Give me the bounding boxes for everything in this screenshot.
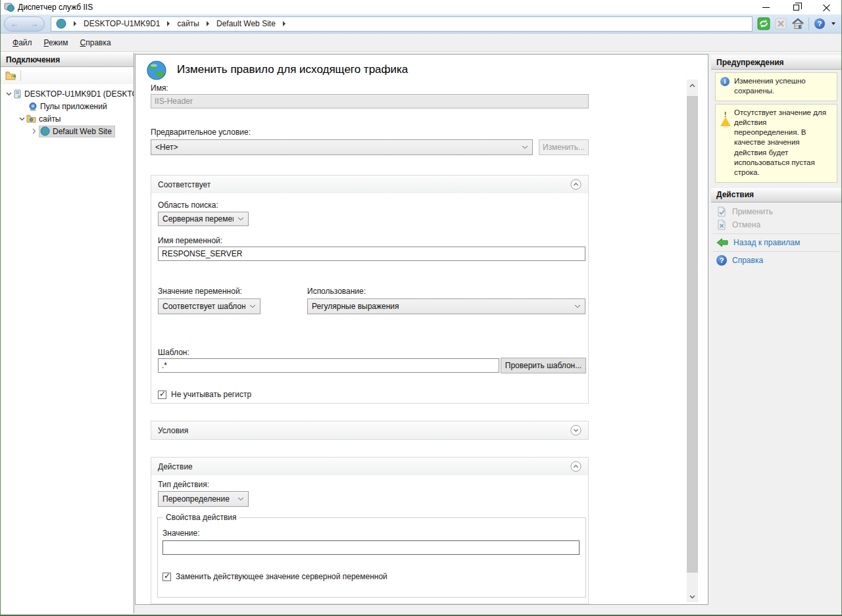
help-dropdown-caret-icon[interactable]: [831, 22, 835, 25]
name-field[interactable]: [151, 94, 589, 108]
expand-down-icon[interactable]: [570, 425, 582, 437]
action-type-label: Тип действия:: [158, 480, 209, 489]
connections-header: Подключения: [1, 53, 134, 67]
connections-tree: DESKTOP-U1MK9D1 (DESKTOI Пулы приложений…: [1, 84, 134, 137]
scope-label: Область поиска:: [158, 201, 218, 210]
close-button[interactable]: [811, 0, 841, 14]
tree-item-label: Пулы приложений: [40, 102, 107, 111]
action-type-select[interactable]: Переопределение: [158, 491, 249, 507]
sites-folder-icon: [26, 114, 36, 123]
cancel-button[interactable]: Отмена: [711, 218, 841, 231]
save-connection-icon[interactable]: [3, 69, 18, 82]
ignore-case-checkbox[interactable]: ✓: [158, 391, 166, 399]
menu-bar: Файл Режим Справка: [1, 34, 841, 52]
refresh-icon[interactable]: [757, 17, 770, 30]
tree-item-sites[interactable]: сайты: [1, 112, 134, 125]
title-bar: Диспетчер служб IIS: [1, 0, 841, 14]
warning-icon: !: [720, 108, 731, 118]
replace-label: Заменить действующее значение серверной …: [176, 572, 387, 581]
minimize-button[interactable]: [751, 0, 781, 14]
breadcrumb-separator: [167, 21, 170, 26]
connections-panel: Подключения DESKTOP-U1MK9D1 (DESKTOI: [1, 53, 134, 613]
breadcrumb: DESKTOP-U1MK9D1 сайты Default Web Site: [51, 16, 753, 32]
replace-checkbox[interactable]: ✓: [162, 573, 171, 581]
match-section-title: Соответствует: [158, 180, 210, 189]
action-section-header: Действие: [151, 458, 588, 475]
window-title: Диспетчер служб IIS: [18, 3, 93, 12]
precondition-label: Предварительное условие:: [151, 128, 251, 137]
action-properties-legend: Свойства действия: [163, 513, 239, 522]
app-icon: [4, 2, 14, 12]
scope-select[interactable]: Серверная переменн: [158, 212, 249, 226]
scroll-down-button[interactable]: [687, 591, 698, 602]
back-button[interactable]: ←: [11, 20, 19, 28]
breadcrumb-sites[interactable]: сайты: [176, 18, 201, 30]
action-section: Действие Тип действия: Переопределение С…: [151, 457, 589, 604]
variable-value-label: Значение переменной:: [158, 287, 242, 296]
toolbar-divider: [808, 18, 809, 30]
page-globe-icon: [146, 60, 167, 83]
chevron-expanded-icon[interactable]: [17, 117, 26, 121]
actions-divider: [713, 251, 839, 252]
tree-item-server[interactable]: DESKTOP-U1MK9D1 (DESKTOI: [1, 87, 134, 100]
home-icon[interactable]: [791, 17, 805, 30]
value-label: Значение:: [162, 529, 200, 538]
precondition-select[interactable]: <Нет>: [151, 139, 533, 155]
action-section-title: Действие: [158, 462, 193, 471]
chevron-down-icon: [518, 145, 528, 149]
restore-icon: [793, 5, 799, 11]
actions-header: Действия: [711, 188, 841, 202]
help-icon[interactable]: ?: [813, 17, 826, 30]
alert-warning: ! Отсутствует значение для действия пере…: [715, 104, 837, 183]
conditions-section-title: Условия: [158, 426, 188, 435]
vertical-scrollbar[interactable]: [687, 80, 698, 602]
website-globe-icon: [40, 126, 50, 136]
variable-value-select[interactable]: Соответствует шаблону: [158, 298, 260, 314]
scrollbar-thumb[interactable]: [687, 96, 698, 573]
breadcrumb-separator: [207, 21, 209, 26]
tree-item-app-pools[interactable]: Пулы приложений: [1, 100, 134, 112]
forward-button[interactable]: →: [30, 20, 39, 28]
menu-file[interactable]: Файл: [7, 35, 38, 51]
navigation-buttons: ← →: [4, 16, 45, 32]
breadcrumb-default-web-site[interactable]: Default Web Site: [215, 18, 277, 30]
scroll-up-button[interactable]: [687, 80, 698, 91]
address-toolbar: ← → DESKTOP-U1MK9D1 сайты Default Web Si…: [1, 14, 841, 34]
site-globe-icon[interactable]: [55, 17, 68, 30]
chevron-collapsed-icon[interactable]: [30, 128, 39, 134]
breadcrumb-separator: [283, 21, 285, 26]
stop-disconnect-icon[interactable]: [774, 17, 787, 30]
value-field[interactable]: [162, 540, 580, 555]
connections-toolbar: [1, 67, 134, 84]
restore-button[interactable]: [781, 0, 811, 14]
menu-help[interactable]: Справка: [74, 35, 117, 51]
collapse-up-icon[interactable]: [570, 179, 582, 191]
cancel-label: Отмена: [732, 220, 760, 229]
info-icon: i: [720, 77, 730, 86]
conditions-section: Условия: [151, 421, 589, 440]
server-icon: [13, 89, 22, 99]
menu-mode[interactable]: Режим: [38, 35, 74, 51]
apply-button[interactable]: Применить: [711, 205, 841, 218]
action-properties-group: Свойства действия Значение: ✓ Заменить д…: [157, 517, 586, 598]
using-select[interactable]: Регулярные выражения: [307, 298, 585, 314]
conditions-section-header: Условия: [151, 421, 588, 439]
chevron-expanded-icon[interactable]: [4, 92, 13, 96]
alerts-header: Предупреждения: [711, 55, 841, 70]
application-pools-icon: [28, 102, 37, 111]
variable-name-field[interactable]: [158, 247, 585, 261]
selected-tree-item[interactable]: Default Web Site: [39, 126, 115, 137]
help-link[interactable]: ? Справка: [711, 254, 841, 267]
test-pattern-button[interactable]: Проверить шаблон...: [501, 358, 586, 373]
tree-item-label: Default Web Site: [53, 127, 112, 136]
tree-item-default-web-site[interactable]: Default Web Site: [1, 125, 134, 137]
alert-info: i Изменения успешно сохранены.: [715, 72, 837, 101]
collapse-up-icon[interactable]: [570, 461, 582, 473]
breadcrumb-server[interactable]: DESKTOP-U1MK9D1: [82, 18, 161, 30]
edit-precondition-button[interactable]: Изменить...: [539, 139, 589, 155]
variable-name-label: Имя переменной:: [158, 236, 222, 245]
pattern-field[interactable]: [158, 358, 499, 373]
back-to-rules-link[interactable]: Назад к правилам: [711, 236, 841, 249]
chevron-down-icon: [234, 497, 244, 501]
tree-item-label: DESKTOP-U1MK9D1 (DESKTOI: [24, 89, 134, 99]
